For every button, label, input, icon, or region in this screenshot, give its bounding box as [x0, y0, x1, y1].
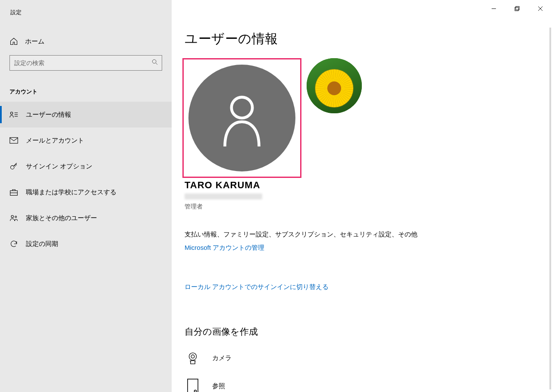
svg-point-10	[11, 215, 13, 218]
svg-point-2	[10, 112, 13, 114]
window-controls	[482, 0, 552, 17]
svg-point-0	[152, 59, 156, 63]
svg-rect-19	[516, 6, 519, 10]
scrollbar[interactable]	[549, 28, 551, 389]
home-icon	[9, 37, 18, 46]
avatar-current[interactable]	[188, 65, 295, 171]
user-name: TARO KARUMA	[185, 180, 552, 191]
option-label: 参照	[212, 382, 225, 390]
sidebar-item-email-accounts[interactable]: メールとアカウント	[0, 128, 172, 153]
category-title: アカウント	[0, 71, 172, 102]
svg-rect-18	[515, 7, 518, 11]
option-browse[interactable]: 参照	[185, 378, 552, 392]
search-icon	[151, 59, 158, 67]
sidebar-item-your-info[interactable]: ユーザーの情報	[0, 102, 172, 128]
manage-account-link[interactable]: Microsoft アカウントの管理	[185, 244, 264, 252]
minimize-button[interactable]	[482, 0, 505, 17]
svg-point-16	[194, 390, 197, 392]
close-button[interactable]	[529, 0, 552, 17]
switch-local-account-link[interactable]: ローカル アカウントでのサインインに切り替える	[185, 283, 329, 291]
mail-icon	[9, 137, 18, 144]
option-label: カメラ	[212, 354, 232, 362]
people-icon	[9, 214, 18, 222]
svg-point-14	[191, 355, 194, 358]
nav-list: ユーザーの情報 メールとアカウント サインイン オプション	[0, 102, 172, 257]
browse-icon	[185, 378, 201, 392]
user-role: 管理者	[185, 203, 552, 211]
account-info-line: 支払い情報、ファミリー設定、サブスクリプション、セキュリティ設定、その他	[185, 230, 552, 239]
sidebar-item-label: サインイン オプション	[26, 162, 92, 171]
sidebar-item-label: 家族とその他のユーザー	[26, 214, 97, 222]
svg-rect-15	[188, 379, 198, 392]
sidebar-item-sync-settings[interactable]: 設定の同期	[0, 231, 172, 257]
sidebar-item-signin-options[interactable]: サインイン オプション	[0, 153, 172, 179]
search-box[interactable]	[9, 55, 162, 71]
key-icon	[9, 162, 18, 171]
sidebar-item-label: ユーザーの情報	[26, 111, 71, 119]
svg-point-7	[11, 165, 14, 169]
user-info-icon	[9, 111, 18, 118]
sync-icon	[9, 240, 18, 248]
page-title: ユーザーの情報	[185, 30, 552, 48]
maximize-button[interactable]	[505, 0, 529, 17]
user-email-blurred	[185, 193, 262, 199]
svg-line-1	[156, 63, 157, 65]
camera-icon	[185, 351, 201, 365]
sidebar-item-label: 設定の同期	[26, 240, 58, 248]
avatar-row	[185, 58, 552, 178]
svg-point-13	[189, 353, 197, 360]
sidebar-item-label: 職場または学校にアクセスする	[26, 188, 116, 196]
briefcase-icon	[9, 188, 18, 196]
sidebar-item-family-users[interactable]: 家族とその他のユーザー	[0, 205, 172, 231]
svg-point-12	[232, 97, 252, 118]
flower-image	[307, 58, 362, 113]
svg-point-11	[15, 216, 17, 218]
home-button[interactable]: ホーム	[0, 37, 172, 46]
home-label: ホーム	[25, 37, 44, 46]
avatar-highlight	[182, 58, 301, 178]
create-picture-title: 自分の画像を作成	[185, 326, 552, 338]
sidebar-item-work-school[interactable]: 職場または学校にアクセスする	[0, 179, 172, 205]
person-silhouette-icon	[218, 88, 266, 148]
sidebar-item-label: メールとアカウント	[26, 137, 84, 145]
main-content: ユーザーの情報 TARO KARUMA 管理者 支払い情報、ファミリー設定、サブ…	[172, 0, 552, 392]
search-input[interactable]	[14, 59, 151, 66]
svg-rect-6	[10, 137, 18, 143]
window-title: 設定	[0, 0, 172, 16]
avatar-previous[interactable]	[307, 58, 362, 113]
option-camera[interactable]: カメラ	[185, 351, 552, 365]
sidebar: 設定 ホーム アカウント ユーザーの情報	[0, 0, 172, 392]
